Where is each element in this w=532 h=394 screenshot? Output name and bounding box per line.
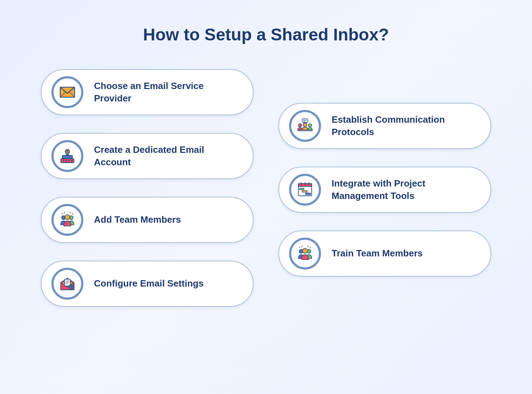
svg-point-38 <box>303 248 307 253</box>
right-column: Establish Communication Protocols <box>278 103 491 307</box>
step-card: Integrate with Project Management Tools <box>278 167 491 213</box>
step-label: Integrate with Project Management Tools <box>332 177 481 202</box>
step-label: Establish Communication Protocols <box>332 113 481 138</box>
svg-rect-33 <box>299 188 304 190</box>
svg-point-3 <box>66 160 67 161</box>
account-icon <box>51 140 83 172</box>
svg-rect-34 <box>302 190 307 192</box>
meeting-icon <box>289 110 321 142</box>
step-label: Train Team Members <box>332 247 423 260</box>
svg-point-17 <box>71 286 72 288</box>
step-label: Choose an Email Service Provider <box>94 80 243 105</box>
svg-point-21 <box>303 123 307 127</box>
svg-point-2 <box>63 160 64 161</box>
left-column: Choose an Email Service Provider Create … <box>41 69 254 307</box>
step-card: Create a Dedicated Email Account <box>41 133 254 179</box>
step-card: Train Team Members <box>278 231 491 277</box>
svg-point-4 <box>68 160 70 161</box>
step-label: Create a Dedicated Email Account <box>94 144 243 168</box>
step-card: Choose an Email Service Provider <box>41 69 254 115</box>
svg-point-11 <box>65 215 70 220</box>
svg-rect-35 <box>306 193 311 195</box>
step-card: Configure Email Settings <box>41 261 254 307</box>
step-label: Configure Email Settings <box>94 277 204 290</box>
team-icon <box>289 238 321 270</box>
svg-rect-6 <box>62 155 72 159</box>
step-label: Add Team Members <box>94 213 181 226</box>
step-card: Establish Communication Protocols <box>278 103 491 149</box>
svg-point-5 <box>71 160 73 161</box>
svg-point-19 <box>298 124 301 127</box>
envelope-icon <box>51 76 83 108</box>
steps-columns: Choose an Email Service Provider Create … <box>0 69 532 307</box>
svg-point-20 <box>308 124 311 127</box>
gantt-icon <box>289 174 321 206</box>
svg-rect-22 <box>302 119 308 123</box>
settings-icon <box>51 268 83 300</box>
team-icon <box>51 204 83 236</box>
step-card: Add Team Members <box>41 197 254 243</box>
page-title: How to Setup a Shared Inbox? <box>0 25 532 44</box>
